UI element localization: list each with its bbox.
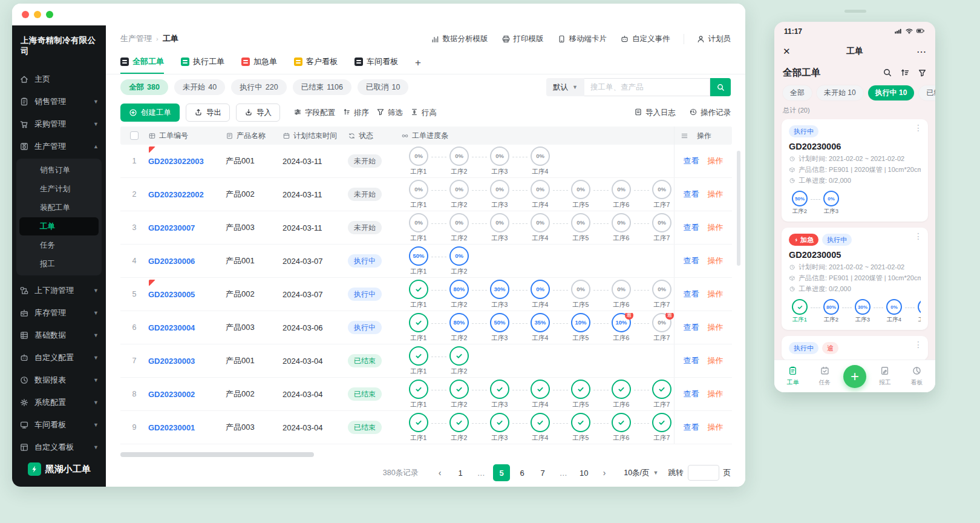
submenu-item-5[interactable]: 报工 xyxy=(19,255,99,273)
sidebar-item-11[interactable]: 车间看板▼ xyxy=(12,413,106,436)
submenu-item-3[interactable]: 工单 xyxy=(19,217,99,235)
breadcrumb-parent[interactable]: 生产管理 xyxy=(120,33,152,44)
mobile-nav-4[interactable]: 看板 xyxy=(904,366,930,387)
import-button[interactable]: 导入 xyxy=(236,104,280,122)
order-id-link[interactable]: GD20230002 xyxy=(148,390,195,399)
operate-link[interactable]: 操作 xyxy=(708,422,724,433)
view-link[interactable]: 查看 xyxy=(684,322,699,333)
vertical-scrollbar[interactable] xyxy=(737,151,740,266)
col-header-status[interactable]: 状态 xyxy=(348,131,401,141)
sidebar-item-3[interactable]: 生产管理▲ xyxy=(12,135,106,157)
col-header-order-id[interactable]: 工单编号 xyxy=(148,131,226,141)
tab-3[interactable]: 客户看板 xyxy=(294,52,338,74)
page-ellipsis[interactable]: … xyxy=(555,464,572,481)
toolbar-doc-button[interactable]: 导入日志 xyxy=(634,108,676,118)
order-id-link[interactable]: GD2023022003 xyxy=(148,157,204,166)
page-button-10[interactable]: 10 xyxy=(575,464,592,481)
operate-link[interactable]: 操作 xyxy=(708,189,724,200)
header-action-0[interactable]: 数据分析模版 xyxy=(431,34,488,44)
filter-chip-3[interactable]: 已结束1106 xyxy=(293,79,351,95)
order-id-link[interactable]: GD20230006 xyxy=(148,257,195,266)
select-all-checkbox[interactable] xyxy=(130,131,139,140)
order-id-link[interactable]: GD20230003 xyxy=(148,357,195,366)
toolbar-rowheight-button[interactable]: 行高 xyxy=(410,108,437,118)
operate-link[interactable]: 操作 xyxy=(708,322,724,333)
sidebar-item-9[interactable]: 数据报表▼ xyxy=(12,369,106,391)
submenu-item-1[interactable]: 生产计划 xyxy=(19,180,99,198)
toolbar-fields-button[interactable]: 字段配置 xyxy=(293,108,335,118)
order-id-link[interactable]: GD20230004 xyxy=(148,323,195,332)
view-link[interactable]: 查看 xyxy=(684,255,699,266)
sidebar-item-10[interactable]: 系统配置▼ xyxy=(12,391,106,413)
add-tab-button[interactable]: + xyxy=(415,57,421,69)
mobile-nav-0[interactable]: 工单 xyxy=(779,366,806,387)
operate-link[interactable]: 操作 xyxy=(708,389,724,400)
operate-link[interactable]: 操作 xyxy=(708,289,724,300)
filter-chip-1[interactable]: 未开始40 xyxy=(174,79,225,95)
search-icon[interactable] xyxy=(883,68,892,77)
col-header-plan-end[interactable]: 计划结束时间 xyxy=(283,131,348,141)
sidebar-item-8[interactable]: 自定义配置▼ xyxy=(12,346,106,369)
phone-drag-handle[interactable] xyxy=(844,10,866,13)
filter-icon[interactable] xyxy=(918,68,927,77)
export-button[interactable]: 导出 xyxy=(186,104,230,122)
minimize-window-button[interactable] xyxy=(34,11,41,18)
more-icon[interactable]: ⋯ xyxy=(916,46,927,58)
header-action-4[interactable]: 计划员 xyxy=(684,34,731,44)
order-id-link[interactable]: GD20230007 xyxy=(148,223,195,232)
search-preset-dropdown[interactable]: 默认 ▼ xyxy=(546,78,584,96)
submenu-item-4[interactable]: 任务 xyxy=(19,236,99,254)
operate-link[interactable]: 操作 xyxy=(708,222,724,233)
mobile-filter-chip-2[interactable]: 执行中 10 xyxy=(868,85,915,100)
mobile-nav-3[interactable]: 报工 xyxy=(872,366,898,387)
sidebar-item-0[interactable]: 主页 xyxy=(12,68,106,90)
operate-link[interactable]: 操作 xyxy=(708,355,724,366)
kebab-menu-icon[interactable]: ⋮ xyxy=(914,233,923,239)
page-button-6[interactable]: 6 xyxy=(514,464,531,481)
sort-icon[interactable] xyxy=(900,68,910,77)
sidebar-item-1[interactable]: 销售管理▼ xyxy=(12,90,106,113)
header-action-3[interactable]: 自定义事件 xyxy=(620,34,670,44)
sidebar-item-7[interactable]: 基础数据▼ xyxy=(12,324,106,346)
page-ellipsis[interactable]: … xyxy=(472,464,489,481)
view-link[interactable]: 查看 xyxy=(684,389,699,400)
close-window-button[interactable] xyxy=(22,11,29,18)
mobile-nav-1[interactable]: 任务 xyxy=(811,366,838,387)
operate-link[interactable]: 操作 xyxy=(708,156,724,166)
view-link[interactable]: 查看 xyxy=(684,289,699,300)
page-size-select[interactable]: 10条/页▼ xyxy=(624,468,658,478)
tab-2[interactable]: 加急单 xyxy=(241,52,277,74)
mobile-filter-chip-1[interactable]: 未开始 10 xyxy=(817,85,863,100)
mobile-filter-chip-3[interactable]: 已结束 10 xyxy=(919,85,935,100)
header-action-1[interactable]: 打印模版 xyxy=(501,34,544,44)
create-order-button[interactable]: 创建工单 xyxy=(120,104,180,122)
sidebar-item-6[interactable]: 库存管理▼ xyxy=(12,301,106,324)
tab-0[interactable]: 全部工单 xyxy=(120,52,164,74)
kebab-menu-icon[interactable]: ⋮ xyxy=(914,341,923,347)
view-link[interactable]: 查看 xyxy=(684,222,699,233)
filter-chip-4[interactable]: 已取消10 xyxy=(358,79,408,95)
add-order-fab[interactable]: + xyxy=(843,365,866,388)
toolbar-history-button[interactable]: 操作记录 xyxy=(689,108,731,118)
toolbar-sort-button[interactable]: 排序 xyxy=(342,108,369,118)
page-button-1[interactable]: 1 xyxy=(452,464,469,481)
operate-link[interactable]: 操作 xyxy=(708,255,724,266)
next-page-button[interactable]: › xyxy=(596,464,613,481)
submenu-item-2[interactable]: 装配工单 xyxy=(19,199,99,217)
sidebar-item-2[interactable]: 采购管理▼ xyxy=(12,113,106,135)
maximize-window-button[interactable] xyxy=(46,11,53,18)
sidebar-item-12[interactable]: 自定义看板▼ xyxy=(12,436,106,452)
kebab-menu-icon[interactable]: ⋮ xyxy=(914,125,923,131)
view-link[interactable]: 查看 xyxy=(684,355,699,366)
search-input[interactable] xyxy=(584,78,710,96)
tab-4[interactable]: 车间看板 xyxy=(354,52,398,74)
prev-page-button[interactable]: ‹ xyxy=(431,464,448,481)
page-jump-input[interactable] xyxy=(688,465,719,481)
toolbar-funnel-button[interactable]: 筛选 xyxy=(376,108,403,118)
header-action-2[interactable]: 移动端卡片 xyxy=(557,34,607,44)
filter-chip-0[interactable]: 全部380 xyxy=(120,79,168,95)
filter-chip-2[interactable]: 执行中220 xyxy=(231,79,286,95)
col-header-progress[interactable]: 工单进度条 xyxy=(401,131,674,141)
page-button-5[interactable]: 5 xyxy=(493,464,510,481)
search-button[interactable] xyxy=(710,78,731,96)
